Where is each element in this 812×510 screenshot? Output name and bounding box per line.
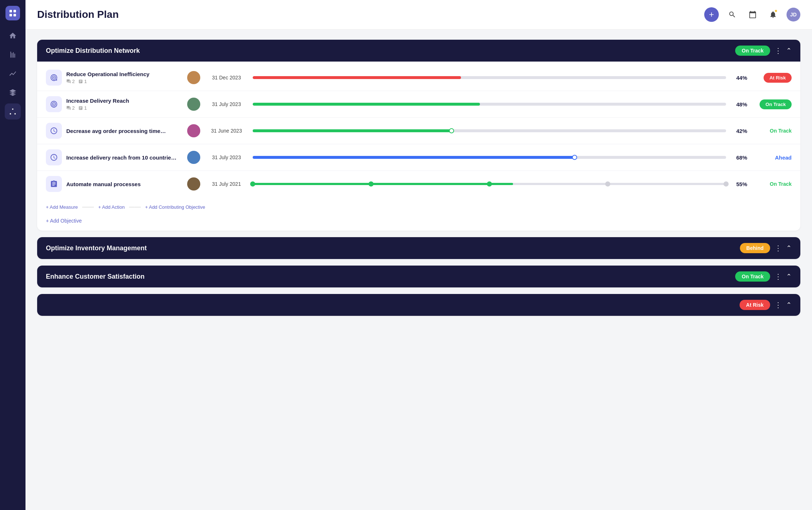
objective-header-right: On Track ⋮ ⌃ (735, 46, 792, 56)
kr-status: On Track (752, 128, 792, 134)
kr-avatar (187, 151, 200, 164)
objective-group-fourth: At Risk ⋮ ⌃ (37, 294, 800, 316)
svg-rect-0 (9, 10, 12, 12)
kr-date: 31 June 2023 (205, 128, 248, 134)
kr-info: Reduce Operational Inefficiency 2 1 (66, 71, 183, 84)
sidebar-item-layers[interactable] (5, 85, 21, 101)
kr-title: Automate manual processes (66, 181, 183, 187)
kr-status-badge: On Track (760, 99, 792, 109)
kr-status: On Track (752, 99, 792, 109)
add-links: + Add Measure —— + Add Action —— + Add C… (37, 200, 800, 215)
sidebar-item-analytics[interactable] (5, 47, 21, 63)
kr-tasks: 1 (78, 105, 87, 111)
kr-info: Automate manual processes (66, 181, 183, 187)
kr-percent: 68% (730, 154, 747, 161)
search-button[interactable] (725, 8, 739, 21)
svg-rect-2 (9, 14, 12, 16)
add-action-link[interactable]: + Add Action (98, 204, 125, 210)
kr-tasks: 1 (78, 79, 87, 84)
svg-point-5 (10, 113, 11, 115)
objective-header-right2: Behind ⋮ ⌃ (740, 243, 792, 253)
kr-row: Reduce Operational Inefficiency 2 1 (37, 64, 800, 91)
kr-progress (253, 128, 726, 134)
sidebar-item-trends[interactable] (5, 66, 21, 82)
app-logo[interactable] (5, 6, 20, 20)
objective-group-header-customer: Enhance Customer Satisfaction On Track ⋮… (37, 266, 800, 287)
group-status-inventory[interactable]: Behind (740, 243, 770, 253)
kr-status: Ahead (752, 154, 792, 161)
kr-avatar (187, 98, 200, 111)
kr-icon-clipboard (46, 176, 62, 192)
progress-bar-bg (253, 103, 726, 106)
kr-meta: 2 1 (66, 105, 183, 111)
main-content: Distribution Plan (25, 0, 812, 510)
objective-group-inventory: Optimize Inventory Management Behind ⋮ ⌃ (37, 237, 800, 259)
objective-group-header-distribution: Optimize Distribution Network On Track ⋮… (37, 40, 800, 62)
objective-group-title-distribution: Optimize Distribution Network (46, 47, 140, 55)
kr-avatar (187, 124, 200, 137)
kr-row: Increase delivery reach from 10 countrie… (37, 144, 800, 171)
page-title: Distribution Plan (37, 9, 119, 20)
group-collapse-fourth[interactable]: ⌃ (786, 301, 792, 309)
kr-row: Increase Delivery Reach 2 1 (37, 91, 800, 118)
svg-rect-1 (13, 10, 16, 12)
group-menu-customer[interactable]: ⋮ (774, 273, 782, 280)
kr-row: Automate manual processes 31 July 2021 (37, 171, 800, 197)
kr-date: 31 Dec 2023 (205, 75, 248, 81)
notifications-button[interactable] (766, 8, 780, 21)
kr-status: On Track (752, 181, 792, 187)
kr-percent: 44% (730, 75, 747, 81)
separator1: —— (82, 204, 94, 210)
add-contributing-link[interactable]: + Add Contributing Objective (145, 204, 205, 210)
kr-comments: 2 (66, 79, 75, 84)
group-menu-distribution[interactable]: ⋮ (774, 47, 782, 54)
kr-progress (253, 76, 726, 79)
header-actions: JD (704, 7, 800, 22)
objective-group-customer: Enhance Customer Satisfaction On Track ⋮… (37, 266, 800, 287)
group-menu-inventory[interactable]: ⋮ (774, 244, 782, 252)
kr-date: 31 July 2023 (205, 154, 248, 160)
kr-title: Increase delivery reach from 10 countrie… (66, 154, 183, 161)
objective-header-right3: On Track ⋮ ⌃ (735, 271, 792, 282)
group-collapse-inventory[interactable]: ⌃ (786, 244, 792, 252)
svg-point-6 (15, 113, 16, 115)
objective-group-header-fourth: At Risk ⋮ ⌃ (37, 294, 800, 316)
kr-progress (253, 154, 726, 160)
kr-title: Increase Delivery Reach (66, 98, 183, 104)
sidebar (0, 0, 25, 510)
kr-date: 31 July 2021 (205, 181, 248, 187)
svg-point-12 (53, 103, 55, 105)
group-collapse-distribution[interactable]: ⌃ (786, 47, 792, 55)
progress-fill (253, 76, 461, 79)
kr-status: At Risk (752, 73, 792, 83)
kr-title: Reduce Operational Inefficiency (66, 71, 183, 77)
add-objective-link[interactable]: + Add Objective (46, 218, 82, 224)
svg-rect-3 (13, 14, 16, 16)
group-status-customer[interactable]: On Track (735, 271, 770, 282)
group-status-distribution[interactable]: On Track (735, 46, 770, 56)
progress-fill (253, 103, 480, 106)
page-header: Distribution Plan (25, 0, 812, 30)
kr-info: Decrease avg order processing time… (66, 128, 183, 134)
progress-bar-bg (253, 76, 726, 79)
sidebar-item-network[interactable] (5, 103, 21, 119)
sidebar-item-home[interactable] (5, 28, 21, 44)
separator2: —— (129, 204, 141, 210)
kr-progress (253, 103, 726, 106)
kr-icon-clock (46, 123, 62, 139)
kr-info: Increase delivery reach from 10 countrie… (66, 154, 183, 161)
kr-title: Decrease avg order processing time… (66, 128, 183, 134)
objective-header-right4: At Risk ⋮ ⌃ (740, 300, 792, 310)
calendar-button[interactable] (746, 8, 760, 21)
objective-group-header-inventory: Optimize Inventory Management Behind ⋮ ⌃ (37, 237, 800, 259)
group-collapse-customer[interactable]: ⌃ (786, 272, 792, 280)
user-avatar[interactable]: JD (787, 8, 800, 21)
kr-comments: 2 (66, 105, 75, 111)
kr-icon-clock2 (46, 149, 62, 165)
add-measure-link[interactable]: + Add Measure (46, 204, 78, 210)
kr-percent: 55% (730, 181, 747, 187)
group-menu-fourth[interactable]: ⋮ (774, 301, 782, 309)
add-button[interactable] (704, 7, 719, 22)
kr-avatar (187, 71, 200, 84)
group-status-fourth[interactable]: At Risk (740, 300, 770, 310)
